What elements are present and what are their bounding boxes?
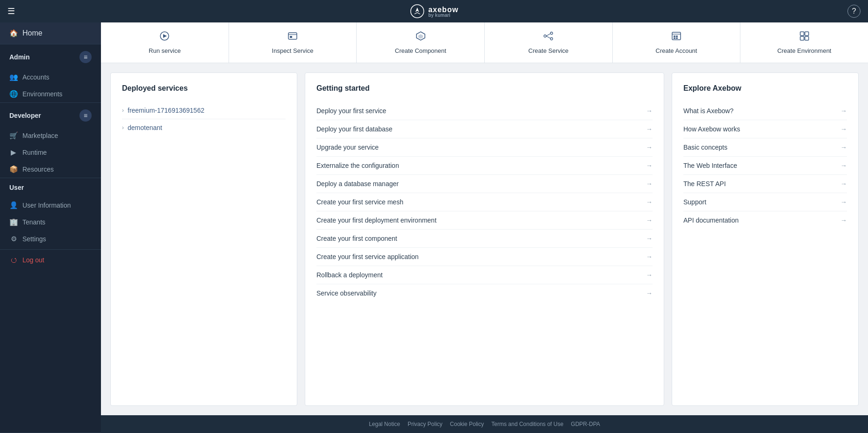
create-account-button[interactable]: Create Account <box>613 22 741 63</box>
deployed-services-title: Deployed services <box>122 84 286 93</box>
gs-item-label-5: Create your first service mesh <box>316 198 403 206</box>
runtime-icon: ▶ <box>9 148 18 157</box>
svg-marker-2 <box>163 34 167 38</box>
sidebar-item-resources[interactable]: 📦 Resources <box>0 161 101 178</box>
svg-point-9 <box>551 32 553 35</box>
explore-item-3[interactable]: The Web Interface→ <box>683 157 847 175</box>
tenants-icon: 🏢 <box>9 218 18 226</box>
gs-item-label-3: Externalize the configuration <box>316 162 399 169</box>
footer-link-4[interactable]: GDPR-DPA <box>571 421 600 427</box>
gs-arrow-1: → <box>646 125 653 133</box>
hamburger-button[interactable]: ☰ <box>7 6 15 16</box>
run-service-button[interactable]: Run service <box>101 22 229 63</box>
create-environment-icon <box>799 31 810 43</box>
gs-arrow-0: → <box>646 107 653 115</box>
create-service-button[interactable]: Create Service <box>485 22 613 63</box>
gs-arrow-10: → <box>646 289 653 297</box>
deployed-services-list: › freemium-1716913691562 › demotenant <box>122 102 286 136</box>
ex-arrow-3: → <box>840 162 847 169</box>
create-service-icon <box>543 31 553 43</box>
sidebar-item-resources-label: Resources <box>22 166 54 173</box>
admin-menu-button[interactable]: ≡ <box>79 51 92 63</box>
getting-started-panel: Getting started Deploy your first servic… <box>305 72 664 406</box>
sidebar-item-marketplace-label: Marketplace <box>22 132 58 139</box>
ex-arrow-6: → <box>840 216 847 224</box>
explore-item-label-0: What is Axebow? <box>683 107 733 115</box>
gs-item-2[interactable]: Upgrade your service→ <box>316 138 653 157</box>
footer-link-1[interactable]: Privacy Policy <box>408 421 443 427</box>
sidebar-item-runtime-label: Runtime <box>22 149 47 156</box>
footer: Legal NoticePrivacy PolicyCookie PolicyT… <box>101 415 868 433</box>
explore-item-label-5: Support <box>683 198 706 206</box>
sidebar-item-accounts[interactable]: 👥 Accounts <box>0 69 101 86</box>
admin-group-header: Admin ≡ <box>9 51 92 63</box>
gs-item-4[interactable]: Deploy a database manager→ <box>316 175 653 193</box>
service-chevron-1: › <box>122 124 124 131</box>
svg-rect-3 <box>288 33 297 39</box>
create-component-icon <box>416 31 426 43</box>
sidebar-item-settings[interactable]: ⚙ Settings <box>0 231 101 247</box>
service-chevron-0: › <box>122 107 124 114</box>
create-account-icon <box>671 31 681 43</box>
gs-item-label-1: Deploy your first database <box>316 125 393 133</box>
service-name-0: freemium-1716913691562 <box>128 107 204 114</box>
create-service-label: Create Service <box>528 47 568 54</box>
gs-item-8[interactable]: Create your first service application→ <box>316 248 653 266</box>
sidebar-item-runtime[interactable]: ▶ Runtime <box>0 144 101 161</box>
create-component-button[interactable]: Create Component <box>357 22 485 63</box>
gs-item-9[interactable]: Rollback a deployment→ <box>316 266 653 284</box>
gs-arrow-7: → <box>646 235 653 242</box>
help-button[interactable]: ? <box>847 5 861 18</box>
inspect-service-button[interactable]: Inspect Service <box>229 22 357 63</box>
sidebar-home-label: Home <box>22 29 43 37</box>
topbar: ☰ axebow by kumari ? <box>0 0 868 22</box>
deployed-services-panel: Deployed services › freemium-17169136915… <box>110 72 297 406</box>
service-item-1[interactable]: › demotenant <box>122 119 286 136</box>
logout-label: Log out <box>22 256 44 264</box>
create-environment-button[interactable]: Create Environment <box>740 22 868 63</box>
gs-item-3[interactable]: Externalize the configuration→ <box>316 157 653 175</box>
gs-arrow-3: → <box>646 162 653 169</box>
footer-link-2[interactable]: Cookie Policy <box>450 421 484 427</box>
gs-item-1[interactable]: Deploy your first database→ <box>316 120 653 138</box>
gs-arrow-9: → <box>646 271 653 279</box>
main-content: Run service Inspect Service <box>101 22 868 433</box>
sidebar-item-user-information-label: User Information <box>22 202 71 209</box>
gs-item-5[interactable]: Create your first service mesh→ <box>316 193 653 211</box>
ex-arrow-5: → <box>840 198 847 206</box>
svg-rect-20 <box>805 32 809 36</box>
service-name-1: demotenant <box>128 124 162 131</box>
explore-item-0[interactable]: What is Axebow?→ <box>683 102 847 120</box>
gs-item-6[interactable]: Create your first deployment environment… <box>316 211 653 230</box>
explore-item-2[interactable]: Basic concepts→ <box>683 138 847 157</box>
developer-menu-button[interactable]: ≡ <box>79 109 92 122</box>
svg-point-0 <box>410 5 423 18</box>
logout-icon: ⭯ <box>9 256 18 264</box>
sidebar-item-user-information[interactable]: 👤 User Information <box>0 197 101 214</box>
sidebar-item-tenants[interactable]: 🏢 Tenants <box>0 214 101 231</box>
gs-item-label-8: Create your first service application <box>316 253 419 260</box>
gs-item-label-10: Service observability <box>316 289 376 297</box>
gs-item-10[interactable]: Service observability→ <box>316 284 653 302</box>
explore-item-6[interactable]: API documentation→ <box>683 211 847 229</box>
accounts-icon: 👥 <box>9 73 18 81</box>
svg-rect-19 <box>800 32 804 36</box>
sidebar-item-settings-label: Settings <box>22 235 46 243</box>
logout-button[interactable]: ⭯ Log out <box>0 252 101 268</box>
sidebar-item-environments[interactable]: 🌐 Environments <box>0 86 101 102</box>
sidebar-item-marketplace[interactable]: 🛒 Marketplace <box>0 127 101 144</box>
svg-rect-16 <box>674 37 675 39</box>
svg-rect-17 <box>676 36 678 37</box>
footer-link-3[interactable]: Terms and Conditions of Use <box>491 421 563 427</box>
footer-link-0[interactable]: Legal Notice <box>369 421 400 427</box>
gs-item-7[interactable]: Create your first component→ <box>316 230 653 248</box>
explore-item-label-1: How Axebow works <box>683 125 740 133</box>
explore-item-5[interactable]: Support→ <box>683 193 847 211</box>
sidebar-item-home[interactable]: 🏠 Home <box>0 22 101 44</box>
gs-item-0[interactable]: Deploy your first service→ <box>316 102 653 120</box>
sidebar-item-tenants-label: Tenants <box>22 218 45 226</box>
explore-item-1[interactable]: How Axebow works→ <box>683 120 847 138</box>
service-item-0[interactable]: › freemium-1716913691562 <box>122 102 286 119</box>
gs-arrow-4: → <box>646 180 653 188</box>
explore-item-4[interactable]: The REST API→ <box>683 175 847 193</box>
